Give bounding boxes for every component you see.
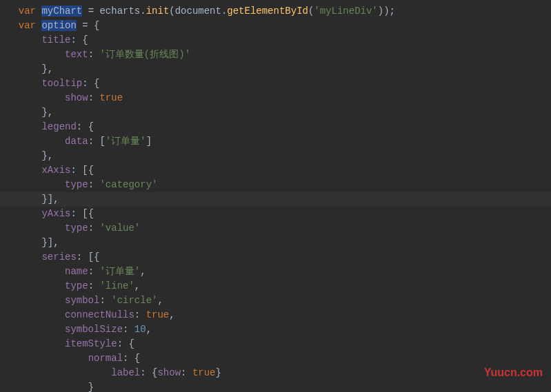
code-line[interactable]: yAxis: [{ — [0, 207, 551, 221]
code-line[interactable]: title: { — [0, 33, 551, 48]
code-line[interactable]: type: 'value' — [0, 221, 551, 236]
code-line[interactable]: var myChart = echarts.init(document.getE… — [0, 4, 551, 19]
code-line[interactable]: var option = { — [0, 19, 551, 33]
code-line[interactable]: label: {show: true} — [0, 366, 551, 380]
code-line[interactable]: xAxis: [{ — [0, 163, 551, 178]
code-line[interactable]: }, — [0, 149, 551, 163]
watermark: Yuucn.com — [484, 365, 543, 380]
code-line[interactable]: name: '订单量', — [0, 265, 551, 279]
code-line[interactable]: type: 'category' — [0, 178, 551, 192]
code-line[interactable]: tooltip: { — [0, 76, 551, 91]
code-line[interactable]: } — [0, 380, 551, 392]
code-line[interactable]: }], — [0, 236, 551, 250]
code-line[interactable]: text: '订单数量(折线图)' — [0, 48, 551, 62]
code-line[interactable]: connectNulls: true, — [0, 308, 551, 322]
code-line[interactable]: normal: { — [0, 351, 551, 366]
code-line[interactable]: symbol: 'circle', — [0, 293, 551, 308]
code-line[interactable]: data: ['订单量'] — [0, 134, 551, 149]
code-line[interactable]: itemStyle: { — [0, 337, 551, 351]
code-editor[interactable]: var myChart = echarts.init(document.getE… — [0, 0, 551, 392]
code-line[interactable]: }, — [0, 62, 551, 76]
code-line[interactable]: show: true — [0, 91, 551, 105]
code-line[interactable]: type: 'line', — [0, 279, 551, 293]
code-line[interactable]: symbolSize: 10, — [0, 322, 551, 337]
code-line[interactable]: }, — [0, 105, 551, 120]
code-line[interactable]: series: [{ — [0, 250, 551, 265]
code-line[interactable]: }], — [0, 192, 551, 207]
code-line[interactable]: legend: { — [0, 120, 551, 134]
